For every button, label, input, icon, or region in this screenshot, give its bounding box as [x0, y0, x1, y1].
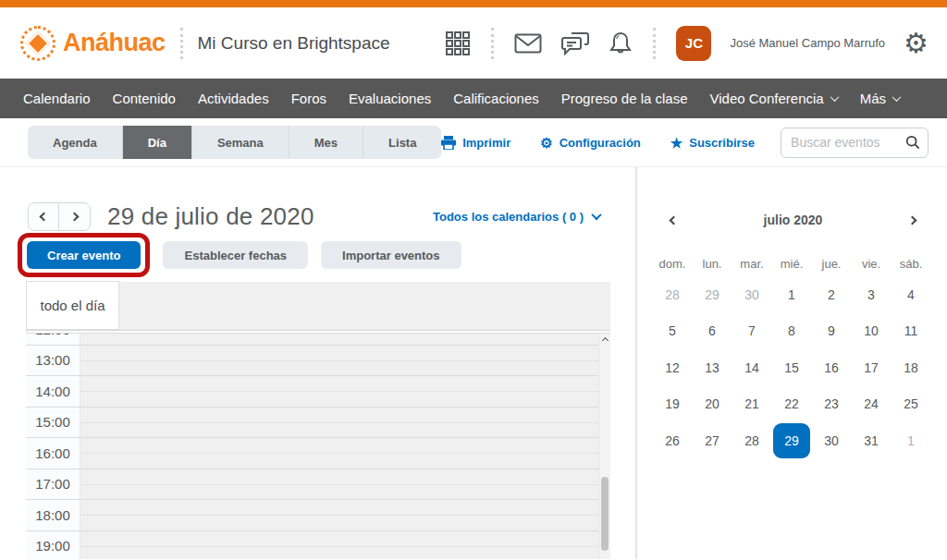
mini-day[interactable]: 17 — [852, 349, 892, 386]
nav-item-calificaciones[interactable]: Calificaciones — [453, 91, 539, 106]
nav-item-progreso[interactable]: Progreso de la clase — [561, 91, 688, 106]
mini-day[interactable]: 15 — [772, 349, 812, 386]
import-events-button[interactable]: Importar eventos — [321, 241, 461, 269]
nav-item-mas[interactable]: Más — [860, 91, 900, 106]
search-icon[interactable] — [905, 134, 920, 151]
mini-day[interactable]: 30 — [732, 276, 772, 313]
nav-item-calendario[interactable]: Calendario — [23, 91, 91, 106]
mini-day[interactable]: 19 — [653, 386, 693, 423]
mini-day[interactable]: 8 — [772, 313, 812, 350]
mini-day[interactable]: 10 — [852, 313, 892, 350]
mini-day-selected[interactable]: 29 — [772, 422, 812, 459]
mini-day[interactable]: 11 — [892, 313, 931, 350]
hour-slot[interactable] — [80, 346, 598, 376]
nav-item-foros[interactable]: Foros — [291, 91, 326, 106]
mini-day[interactable]: 9 — [812, 313, 852, 350]
mini-day[interactable]: 22 — [772, 386, 812, 423]
next-day-button[interactable] — [59, 203, 90, 230]
mini-day[interactable]: 16 — [812, 349, 852, 386]
scrollbar-thumb[interactable] — [601, 477, 609, 551]
nav-item-actividades[interactable]: Actividades — [198, 91, 269, 106]
chat-icon[interactable] — [560, 31, 590, 55]
brand-name: Anáhuac — [63, 29, 166, 57]
account-settings-gear-icon[interactable]: ⚙ — [904, 30, 929, 57]
mini-day[interactable]: 6 — [693, 313, 732, 350]
hour-label: 14:00 — [26, 376, 80, 407]
all-day-row: todo el día — [26, 281, 610, 330]
tab-semana[interactable]: Semana — [192, 126, 289, 159]
mini-day[interactable]: 30 — [812, 422, 852, 459]
mini-day[interactable]: 4 — [892, 276, 931, 313]
grid-scrollbar[interactable] — [598, 334, 610, 559]
all-calendars-dropdown[interactable]: Todos los calendarios ( 0 ) — [433, 210, 600, 224]
hour-slot[interactable] — [80, 408, 598, 438]
tab-dia[interactable]: Día — [123, 126, 192, 159]
course-navbar: Calendario Contenido Actividades Foros E… — [0, 79, 947, 118]
tab-lista[interactable]: Lista — [363, 126, 441, 159]
mini-day[interactable]: 28 — [653, 276, 693, 313]
mini-day[interactable]: 29 — [693, 276, 732, 313]
mini-day[interactable]: 31 — [852, 422, 892, 459]
subscribe-link[interactable]: ★ Suscribirse — [670, 136, 755, 150]
mini-calendar-panel: julio 2020 dom. lun. mar. mié. jue. vie.… — [637, 167, 947, 559]
tab-mes[interactable]: Mes — [289, 126, 363, 159]
scroll-up-button[interactable] — [599, 334, 610, 347]
notifications-bell-icon[interactable] — [609, 30, 633, 56]
user-avatar[interactable]: JC — [676, 26, 711, 61]
weekday-label: sáb. — [892, 250, 931, 276]
nav-item-contenido[interactable]: Contenido — [113, 91, 176, 106]
hour-label: 15:00 — [26, 408, 80, 438]
weekday-label: vie. — [852, 250, 892, 276]
mini-day[interactable]: 14 — [732, 349, 772, 386]
hour-slot[interactable] — [80, 333, 598, 345]
mini-day[interactable]: 23 — [812, 386, 852, 423]
hour-slot[interactable] — [80, 531, 598, 560]
tab-agenda[interactable]: Agenda — [28, 126, 123, 159]
mini-day[interactable]: 12 — [653, 349, 693, 386]
email-icon[interactable] — [514, 33, 542, 54]
app-launcher-icon[interactable] — [445, 30, 471, 56]
print-link[interactable]: Imprimir — [441, 136, 510, 150]
mini-day[interactable]: 5 — [653, 313, 693, 350]
mini-day[interactable]: 1 — [772, 276, 812, 313]
mini-day[interactable]: 27 — [693, 422, 732, 459]
mini-day[interactable]: 7 — [732, 313, 772, 350]
mini-day[interactable]: 21 — [732, 386, 772, 423]
mini-next-month-button[interactable] — [904, 212, 921, 228]
hour-label: 13:00 — [26, 346, 80, 376]
brand-logo[interactable]: Anáhuac — [20, 26, 166, 61]
all-day-label: todo el día — [26, 281, 119, 330]
view-tabs: Agenda Día Semana Mes Lista — [28, 126, 441, 159]
settings-link[interactable]: ⚙ Configuración — [540, 136, 641, 150]
user-name[interactable]: José Manuel Campo Marrufo — [730, 36, 885, 50]
search-events-input[interactable] — [791, 135, 905, 150]
hour-slot[interactable] — [80, 500, 598, 530]
create-event-button[interactable]: Crear evento — [27, 241, 141, 269]
mini-day[interactable]: 2 — [812, 276, 852, 313]
mini-day[interactable]: 20 — [693, 386, 732, 423]
mini-day[interactable]: 3 — [852, 276, 892, 313]
hour-row: 18:00 — [26, 500, 598, 531]
hour-slot[interactable] — [80, 438, 598, 469]
nav-item-evaluaciones[interactable]: Evaluaciones — [349, 91, 431, 106]
mini-day[interactable]: 24 — [852, 386, 892, 423]
course-title[interactable]: Mi Curso en Brightspace — [198, 33, 390, 54]
all-day-slot[interactable] — [118, 282, 610, 330]
weekday-label: dom. — [653, 250, 693, 276]
nav-item-video-conferencia[interactable]: Video Conferencia — [710, 91, 838, 106]
hour-slot[interactable] — [80, 376, 598, 407]
set-dates-button[interactable]: Establecer fechas — [163, 241, 308, 269]
mini-day[interactable]: 18 — [892, 349, 931, 386]
star-icon: ★ — [670, 136, 683, 150]
mini-day[interactable]: 26 — [653, 422, 693, 459]
header-divider — [653, 28, 656, 59]
hour-slot[interactable] — [80, 469, 598, 500]
mini-day[interactable]: 28 — [732, 422, 772, 459]
mini-prev-month-button[interactable] — [666, 212, 683, 228]
chevron-down-icon — [830, 92, 839, 102]
mini-day[interactable]: 1 — [892, 422, 931, 459]
previous-day-button[interactable] — [29, 203, 59, 230]
printer-icon — [441, 136, 456, 150]
mini-day[interactable]: 25 — [892, 386, 931, 423]
mini-day[interactable]: 13 — [693, 349, 732, 386]
